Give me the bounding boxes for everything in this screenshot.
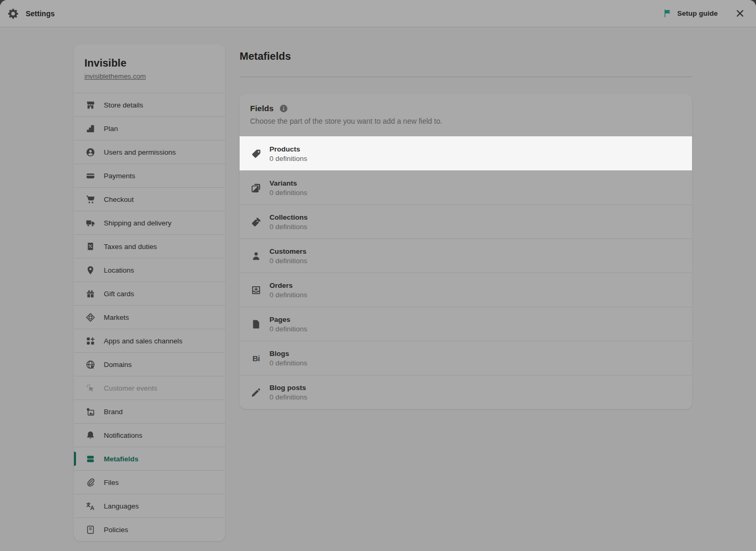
gift-card-icon [85,289,95,299]
variants-squares-icon [251,182,262,193]
sidebar-item-markets[interactable]: Markets [74,305,225,329]
sidebar-item-locations[interactable]: Locations [74,258,225,282]
sidebar-item-label: Domains [104,361,132,369]
topbar-right: Setup guide [662,6,748,21]
sidebar-item-domains[interactable]: Domains [74,352,225,376]
field-row-products[interactable]: Products0 definitions [240,136,692,170]
sidebar-item-label: Apps and sales channels [104,337,182,345]
paperclip-icon [85,478,95,488]
page-file-icon [251,319,262,330]
sidebar-item-label: Locations [104,266,134,274]
store-domain-link[interactable]: invisiblethemes.com [84,72,146,81]
brand-image-icon [85,407,95,417]
field-row-title: Variants [269,179,307,187]
sidebar-item-label: Policies [104,526,128,534]
tag-icon [251,148,262,159]
sidebar-item-plan[interactable]: Plan [74,116,225,140]
setup-guide-label: Setup guide [677,9,718,17]
sidebar-item-label: Notifications [104,431,143,439]
settings-sidebar: Invisible invisiblethemes.com Store deta… [74,44,225,541]
plan-steps-icon [85,124,95,134]
field-row-title: Orders [269,282,307,289]
credit-card-icon [85,171,95,181]
sidebar-item-label: Markets [104,314,129,321]
truck-icon [85,218,95,228]
policy-scroll-icon [85,525,95,535]
main-content: Metafields Fields Choose the part of the… [240,44,692,409]
sidebar-item-label: Languages [104,502,139,510]
sidebar-item-users-and-permissions[interactable]: Users and permissions [74,140,225,164]
sidebar-item-label: Files [104,479,119,487]
sidebar-item-label: Plan [104,125,118,133]
field-row-variants[interactable]: Variants0 definitions [240,170,692,204]
order-box-arrow-icon [251,285,262,296]
field-row-pages[interactable]: Pages0 definitions [240,307,692,341]
field-row-title: Blogs [269,350,307,358]
metafields-stack-icon [85,454,95,464]
sidebar-item-label: Checkout [104,196,134,203]
store-header: Invisible invisiblethemes.com [74,44,225,93]
fields-card: Fields Choose the part of the store you … [240,94,692,409]
close-button[interactable] [732,6,748,21]
field-row-title: Customers [269,247,307,255]
markets-compass-icon [85,312,95,322]
sidebar-item-label: Taxes and duties [104,243,157,251]
field-row-count: 0 definitions [269,223,308,231]
sidebar-item-files[interactable]: Files [74,470,225,494]
fields-card-subtitle: Choose the part of the store you want to… [250,117,682,126]
title-divider [240,77,692,77]
fields-card-title: Fields [250,104,274,113]
window-title: Settings [26,9,55,18]
info-icon[interactable] [279,104,288,113]
sidebar-item-gift-cards[interactable]: Gift cards [74,282,225,305]
cursor-sparkle-icon [85,383,95,393]
sidebar-item-label: Store details [104,101,143,109]
field-row-count: 0 definitions [269,155,307,163]
pencil-icon [251,387,262,398]
sidebar-item-brand[interactable]: Brand [74,399,225,423]
blogs-bi-icon: Bi [251,353,262,364]
field-row-blog-posts[interactable]: Blog posts0 definitions [240,375,692,409]
settings-window: Settings Setup guide Invisible invisible… [0,0,756,551]
sidebar-item-policies[interactable]: Policies [74,517,225,541]
sidebar-item-shipping-and-delivery[interactable]: Shipping and delivery [74,211,225,234]
sidebar-item-languages[interactable]: Languages [74,494,225,517]
field-row-count: 0 definitions [269,325,307,333]
field-row-blogs[interactable]: BiBlogs0 definitions [240,341,692,375]
receipt-percent-icon [85,242,95,252]
map-pin-icon [85,265,95,275]
sidebar-nav: Store detailsPlanUsers and permissionsPa… [74,93,225,541]
page-title: Metafields [240,50,692,62]
fields-list: Products0 definitionsVariants0 definitio… [240,136,692,409]
sidebar-item-label: Metafields [104,455,138,463]
field-row-count: 0 definitions [269,189,307,197]
sidebar-item-store-details[interactable]: Store details [74,93,225,116]
field-row-title: Collections [269,213,308,221]
field-row-title: Products [269,145,307,153]
field-row-title: Pages [269,316,307,323]
sidebar-item-label: Users and permissions [104,148,176,156]
field-row-count: 0 definitions [269,291,307,299]
topbar-left: Settings [7,8,55,19]
sidebar-item-customer-events[interactable]: Customer events [74,376,225,399]
translate-icon [85,501,95,511]
setup-guide-button[interactable]: Setup guide [662,6,719,20]
field-row-title: Blog posts [269,384,307,392]
collection-tags-icon [251,217,262,228]
sidebar-item-notifications[interactable]: Notifications [74,423,225,447]
sidebar-item-taxes-and-duties[interactable]: Taxes and duties [74,234,225,258]
cart-icon [85,195,95,204]
field-row-collections[interactable]: Collections0 definitions [240,204,692,239]
field-row-customers[interactable]: Customers0 definitions [240,239,692,273]
gear-icon [7,8,19,19]
field-row-count: 0 definitions [269,393,307,401]
user-circle-icon [85,147,95,157]
sidebar-item-label: Customer events [104,384,157,392]
field-row-orders[interactable]: Orders0 definitions [240,273,692,307]
sidebar-item-label: Payments [104,172,135,180]
storefront-icon [85,100,95,110]
sidebar-item-checkout[interactable]: Checkout [74,187,225,211]
sidebar-item-metafields[interactable]: Metafields [74,447,225,470]
sidebar-item-payments[interactable]: Payments [74,164,225,187]
sidebar-item-apps-and-sales-channels[interactable]: Apps and sales channels [74,329,225,352]
